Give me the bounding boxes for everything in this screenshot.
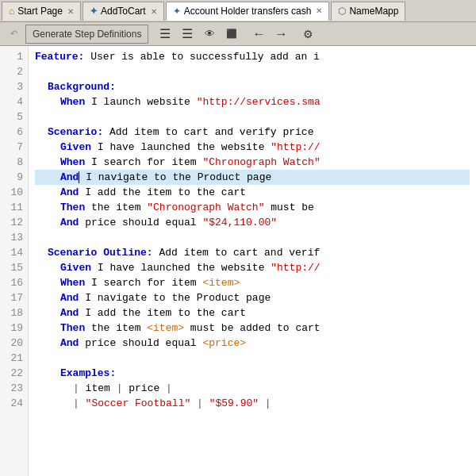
account-icon: ✦	[173, 6, 181, 17]
keyword-given-2: Given	[60, 262, 91, 274]
toolbar: ↶ Generate Step Definitions ☰ ☰ 👁 ⬛ ← → …	[0, 22, 476, 46]
tab-namemap-label: NameMapp	[349, 6, 398, 17]
line-num-16: 16	[0, 275, 23, 290]
table-sep-4: |	[73, 397, 86, 409]
tab-bar: ⌂ Start Page ✕ ✦ AddToCart ✕ ✦ Account H…	[0, 0, 476, 22]
generate-step-label: Generate Step Definitions	[33, 29, 141, 40]
and-add-text-2: I add the item to the cart	[79, 307, 246, 319]
format-button[interactable]: ⬛	[221, 25, 242, 44]
keyword-scenario: Scenario:	[48, 126, 103, 138]
keyword-when-3: When	[60, 277, 85, 289]
code-line-21	[35, 351, 470, 366]
table-col-price: price	[129, 382, 159, 394]
line-num-2: 2	[0, 64, 23, 79]
code-line-17: And I navigate to the Product page	[35, 290, 470, 305]
line-num-18: 18	[0, 305, 23, 321]
must-be-text: must be added to cart	[184, 322, 321, 334]
table-val-price: "$59.90"	[209, 397, 259, 409]
launch-url: "http://services.sma	[197, 96, 321, 108]
code-line-2	[35, 64, 470, 79]
code-line-12: And price should equal "$24,110.00"	[35, 215, 470, 230]
line-num-19: 19	[0, 321, 23, 336]
tab-addtocart-close[interactable]: ✕	[151, 7, 157, 16]
and-navigate-text-2: I navigate to the Product page	[79, 292, 271, 304]
align-left-button[interactable]: ☰	[155, 25, 175, 44]
tab-account-close[interactable]: ✕	[316, 6, 322, 15]
line-numbers: 1 2 3 4 5 6 7 8 9 10 11 12 13 14 15 16 1…	[0, 46, 29, 476]
keyword-and-3: And	[60, 217, 79, 228]
keyword-when-1: When	[60, 96, 85, 108]
item-placeholder-1: <item>	[202, 277, 240, 289]
feature-text: User is able to successfully add an i	[84, 51, 319, 63]
keyword-when-2: When	[60, 156, 85, 168]
align-center-button[interactable]: ☰	[177, 25, 198, 44]
namemap-icon: ⬡	[338, 6, 346, 17]
when-search-text: I search for item	[85, 156, 202, 168]
line-num-6: 6	[0, 125, 23, 140]
keyword-scenario-outline: Scenario Outline:	[48, 247, 153, 259]
eye-button[interactable]: 👁	[199, 25, 220, 44]
line-num-23: 23	[0, 381, 23, 396]
code-line-11: Then the item "Chronograph Watch" must b…	[35, 200, 470, 215]
keyword-background: Background:	[48, 81, 116, 93]
tab-start-close[interactable]: ✕	[67, 7, 74, 16]
line-num-22: 22	[0, 366, 23, 381]
start-icon: ⌂	[9, 6, 14, 17]
line-num-9: 9	[0, 170, 23, 185]
generate-step-button[interactable]: Generate Step Definitions	[25, 25, 148, 44]
line-num-8: 8	[0, 155, 23, 170]
given-url-1: "http://	[271, 141, 320, 153]
then-item-val: "Chronograph Watch"	[147, 202, 264, 213]
line-num-17: 17	[0, 290, 23, 305]
code-line-5	[35, 109, 470, 125]
keyword-and-2: And	[60, 186, 79, 198]
line-num-3: 3	[0, 79, 23, 94]
line-num-11: 11	[0, 200, 23, 215]
table-sep-6: |	[259, 397, 271, 409]
when2-text: I search for item	[85, 277, 202, 289]
tab-start[interactable]: ⌂ Start Page ✕	[2, 2, 81, 21]
table-sep-1: |	[73, 382, 86, 394]
line-num-20: 20	[0, 336, 23, 351]
then-text-1: the item	[85, 202, 147, 213]
keyword-and-1: And	[60, 171, 79, 183]
line-num-10: 10	[0, 185, 23, 200]
settings-button[interactable]: ⚙	[298, 25, 318, 44]
and-price-text: price should equal	[79, 217, 202, 228]
code-line-16: When I search for item <item>	[35, 275, 470, 290]
table-val-item: "Soccer Football"	[86, 397, 191, 409]
tab-addtocart[interactable]: ✦ AddToCart ✕	[83, 2, 164, 21]
line-num-24: 24	[0, 396, 23, 411]
tab-account[interactable]: ✦ Account Holder transfers cash ✕	[166, 2, 330, 21]
scenario-text: Add item to cart and verify price	[103, 126, 313, 138]
and-price-text-2: price should equal	[79, 337, 202, 349]
line-num-21: 21	[0, 351, 23, 366]
keyword-and-6: And	[60, 337, 79, 349]
then-text-2: the item	[85, 322, 147, 334]
arrow-right-button[interactable]: →	[271, 25, 291, 44]
keyword-and-5: And	[60, 307, 79, 319]
line-num-13: 13	[0, 230, 23, 245]
code-line-6: Scenario: Add item to cart and verify pr…	[35, 125, 470, 140]
line-num-4: 4	[0, 94, 23, 109]
keyword-then-1: Then	[60, 202, 85, 213]
arrow-left-button[interactable]: ←	[248, 25, 269, 44]
toolbar-undo-icon[interactable]: ↶	[3, 25, 24, 44]
keyword-then-2: Then	[60, 322, 85, 334]
keyword-given-1: Given	[60, 141, 91, 153]
line-num-12: 12	[0, 215, 23, 230]
code-line-24: | "Soccer Football" | "$59.90" |	[35, 396, 470, 411]
code-line-20: And price should equal <price>	[35, 336, 470, 351]
price-val-1: "$24,110.00"	[202, 217, 277, 228]
line-num-14: 14	[0, 245, 23, 260]
tab-start-label: Start Page	[17, 6, 63, 17]
line-num-1: 1	[0, 49, 23, 64]
tab-namemap[interactable]: ⬡ NameMapp	[331, 2, 405, 21]
item-placeholder-2: <item>	[147, 322, 184, 334]
table-col-item: item	[86, 382, 110, 394]
price-placeholder: <price>	[202, 337, 246, 349]
tab-account-label: Account Holder transfers cash	[184, 6, 312, 17]
table-sep-5: |	[190, 397, 209, 409]
code-editor[interactable]: Feature: User is able to successfully ad…	[29, 46, 476, 476]
keyword-and-4: And	[60, 292, 79, 304]
